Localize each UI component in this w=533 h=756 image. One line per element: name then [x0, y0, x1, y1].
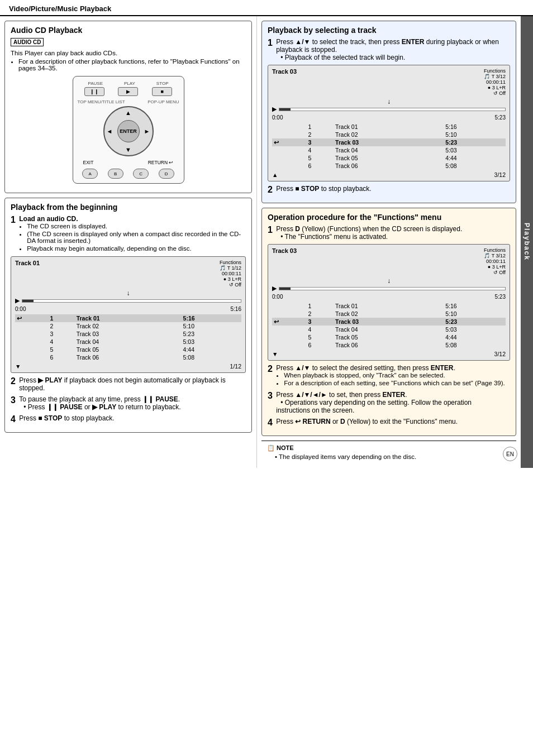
op-arrow-2	[272, 310, 307, 318]
step-1-row: 1 Load an audio CD. The CD screen is dis…	[11, 215, 246, 253]
pbt-step-2-content: Press ■ STOP to stop playback.	[276, 185, 505, 193]
pbt-step-1-content: Press ▲/▼ to select the track, then pres…	[276, 38, 505, 61]
track-name-6: Track 06	[75, 353, 182, 361]
op-time-1: 5:16	[444, 302, 506, 310]
pbt-step-1-bullet: • Playback of the selected track will be…	[280, 54, 405, 61]
cd-r1-row-3: ↩ 3 Track 03 5:23	[272, 138, 506, 146]
pause-label: PAUSE	[88, 81, 103, 86]
op-time-5: 4:44	[444, 333, 506, 341]
op-step-2: 2 Press ▲/▼ to select the desired settin…	[268, 364, 510, 387]
cd-op-track-list: 1 Track 01 5:16 2 Track 02 5:10	[272, 302, 506, 349]
pbt-step-2: 2 Press ■ STOP to stop playback.	[268, 185, 510, 195]
op-step-1: 1 Press D (Yellow) (Functions) when the …	[268, 225, 510, 241]
cd-screen-1-top: Track 01 Functions 🎵 T 1/12 00:00:11 ● 3…	[15, 260, 241, 288]
func-time-1: 00:00:11	[222, 271, 241, 276]
progress-fill-op	[279, 288, 291, 290]
page-header-text: Video/Picture/Music Playback	[9, 4, 111, 13]
playback-beginning-title: Playback from the beginning	[11, 203, 246, 212]
enter-button[interactable]: ENTER	[117, 120, 140, 142]
playback-by-track-section: Playback by selecting a track 1 Press ▲/…	[261, 21, 516, 203]
track-row-1: ↩ 1 Track 01 5:16	[15, 314, 241, 322]
audio-cd-title: Audio CD Playback	[11, 26, 246, 35]
cd-op-row-1: 1 Track 01 5:16	[272, 302, 506, 310]
cd-op-time-end: 5:23	[495, 294, 506, 300]
cd-screen-right-1-top: Track 03 Functions 🎵 T 3/12 00:00:11 ● 3…	[272, 68, 506, 96]
cd-r1-progress-row: ▶	[272, 106, 506, 113]
step-2-content: Press ▶ PLAY if playback does not begin …	[19, 376, 241, 392]
play-button[interactable]: ▶	[118, 87, 138, 96]
nav-up-arrow[interactable]: ▲	[125, 109, 131, 116]
track-row-5: 5 Track 05 4:44	[15, 346, 241, 353]
op-step-4-num: 4	[268, 418, 273, 428]
pause-button[interactable]: ❙❙	[84, 87, 104, 96]
cd-r1-row-4: 4 Track 04 5:03	[272, 146, 506, 154]
cd-time-row-1: 0:00 5:16	[15, 306, 241, 312]
r1-name-5: Track 05	[334, 154, 444, 162]
pbt-step-1: 1 Press ▲/▼ to select the track, then pr…	[268, 38, 510, 61]
op-step-2-num: 2	[268, 364, 273, 374]
r1-time-2: 5:10	[444, 131, 506, 138]
op-time-6: 5:08	[444, 341, 506, 349]
track-row-4: 4 Track 04 5:03	[15, 338, 241, 346]
track-num-2: 2	[49, 322, 75, 330]
page-header: Video/Picture/Music Playback	[0, 0, 533, 16]
r1-arrow-1	[272, 123, 307, 131]
func-ch-1: ● 3 L+R	[223, 276, 241, 282]
cd-track-list-1: ↩ 1 Track 01 5:16 2 Track 02 5:10	[15, 314, 241, 361]
progress-fill-r1	[279, 108, 291, 111]
track-arrow-3	[15, 330, 49, 338]
r1-time-6: 5:08	[444, 162, 506, 170]
track-num-5: 5	[49, 346, 75, 353]
r1-name-3: Track 03	[334, 138, 444, 146]
down-arrow-op: ↓	[272, 277, 506, 285]
op-step-3-num: 3	[268, 391, 273, 401]
r1-time-4: 5:03	[444, 146, 506, 154]
cd-op-row-4: 4 Track 04 5:03	[272, 326, 506, 333]
track-arrow-1: ↩	[15, 314, 49, 322]
cd-op-functions: Functions 🎵 T 3/12 00:00:11 ● 3 L+R ↺ Of…	[484, 247, 506, 275]
play-arrow-op: ▶	[272, 285, 277, 292]
cd-r1-page-num: 3/12	[494, 171, 506, 178]
r1-arrow-2	[272, 131, 307, 138]
progress-bar-op	[279, 287, 506, 290]
op-arrow-4	[272, 326, 307, 333]
btn-a[interactable]: A	[82, 169, 98, 179]
track-arrow-5	[15, 346, 49, 353]
play-label: PLAY	[124, 81, 135, 86]
op-num-2: 2	[307, 310, 334, 318]
btn-b[interactable]: B	[108, 169, 123, 179]
nav-left-arrow[interactable]: ◄	[107, 128, 113, 135]
step-2-row: 2 Press ▶ PLAY if playback does not begi…	[11, 376, 246, 392]
r1-num-5: 5	[307, 154, 334, 162]
nav-down-arrow[interactable]: ▼	[125, 146, 131, 153]
progress-fill-1	[22, 300, 34, 302]
page-num-1: 1/12	[230, 363, 241, 370]
stop-button[interactable]: ■	[152, 87, 172, 96]
remote-top-buttons: ❙❙ ▶ ■	[78, 87, 179, 96]
step-3-sub: • Press ❙❙ PAUSE or ▶ PLAY to return to …	[23, 403, 180, 411]
cd-op-func-label: Functions	[484, 247, 506, 253]
btn-d[interactable]: D	[159, 169, 174, 179]
track-name-1: Track 01	[75, 314, 182, 322]
remote-nav-ring: ▲ ▼ ◄ ► ENTER	[103, 106, 154, 156]
cd-r1-time-end: 5:23	[495, 114, 506, 121]
r1-arrow-5	[272, 154, 307, 162]
step-1-bullets: The CD screen is displayed. (The CD scre…	[27, 223, 241, 252]
cd-r1-row-6: 6 Track 06 5:08	[272, 162, 506, 170]
step-4-content: Press ■ STOP to stop playback.	[19, 414, 241, 422]
op-name-4: Track 04	[334, 326, 444, 333]
audio-cd-section: Audio CD Playback AUDIO CD This Player c…	[4, 21, 252, 193]
playback-by-track-title: Playback by selecting a track	[268, 26, 510, 35]
cd-op-page-num: 3/12	[494, 351, 506, 357]
cd-r1-row-1: 1 Track 01 5:16	[272, 123, 506, 131]
op-arrow-5	[272, 333, 307, 341]
note-box: 📋 NOTE • The displayed items vary depend…	[261, 441, 516, 463]
op-step-2-bullets: When playback is stopped, only "Track" c…	[284, 372, 505, 386]
cd-r1-func-label: Functions	[484, 68, 506, 74]
nav-right-arrow[interactable]: ►	[144, 128, 150, 135]
cd-r1-track-list: 1 Track 01 5:16 2 Track 02 5:10	[272, 123, 506, 170]
remote-bottom-buttons: A B C D	[78, 169, 179, 179]
btn-c[interactable]: C	[133, 169, 149, 179]
op-name-1: Track 01	[334, 302, 444, 310]
track-row-2: 2 Track 02 5:10	[15, 322, 241, 330]
